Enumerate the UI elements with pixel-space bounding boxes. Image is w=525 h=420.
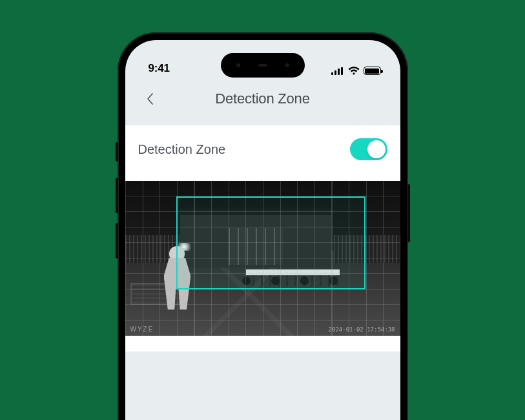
back-button[interactable] — [137, 86, 163, 112]
phone-frame: 9:41 — [118, 32, 408, 420]
detection-zone-toggle[interactable] — [350, 138, 387, 160]
content-area: Detection Zone — [125, 125, 400, 352]
volume-up-button — [116, 178, 118, 213]
toggle-knob — [367, 140, 386, 158]
detection-zone-rectangle[interactable] — [176, 196, 365, 289]
cellular-signal-icon — [331, 67, 344, 75]
page-title: Detection Zone — [125, 90, 400, 107]
volume-down-button — [116, 223, 118, 258]
phone-screen: 9:41 — [125, 40, 400, 420]
camera-view-container: WYZE 2024-01-02 17:54:38 — [125, 173, 400, 352]
chevron-left-icon — [146, 92, 154, 105]
mute-switch — [116, 142, 118, 162]
battery-icon — [364, 67, 381, 75]
wifi-icon — [348, 67, 360, 75]
power-button — [407, 184, 410, 242]
camera-timestamp: 2024-01-02 17:54:38 — [329, 326, 395, 333]
detection-zone-setting-row: Detection Zone — [125, 125, 400, 173]
status-indicators — [331, 67, 381, 75]
dynamic-island — [221, 53, 305, 78]
camera-feed[interactable]: WYZE 2024-01-02 17:54:38 — [125, 181, 400, 336]
navigation-bar: Detection Zone — [125, 76, 400, 121]
status-time: 9:41 — [149, 62, 170, 75]
camera-watermark: WYZE — [130, 326, 154, 333]
detection-zone-label: Detection Zone — [138, 142, 226, 157]
